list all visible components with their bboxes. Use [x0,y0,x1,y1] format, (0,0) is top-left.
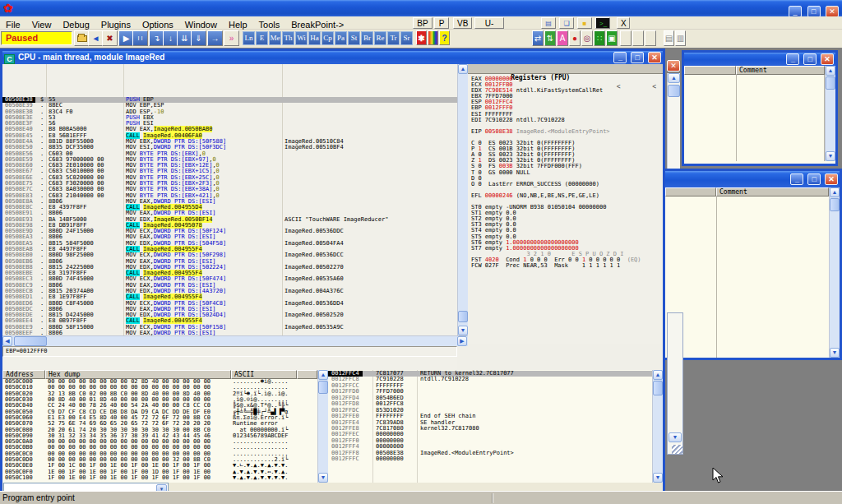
restore-button[interactable]: □ [807,6,821,17]
book-green-icon[interactable]: ⇅ [544,30,556,46]
register-line[interactable]: O 0 LastErr ERROR_SUCCESS (00000000) [468,182,663,187]
window-green-icon[interactable]: ▣ [606,30,618,46]
dump-pane[interactable]: Address Hex dump ASCII 0050C00000 00 00 … [2,370,317,483]
register-line[interactable]: FCW 027F Prec NEAR,53 Mask 1 1 1 1 1 1 [468,263,663,269]
scroll-down-icon[interactable]: ▼ [830,348,840,358]
disasm-row[interactable]: 00508E9D.8B0D 24F15000MOV ECX,DWORD PTR … [2,229,457,234]
minimize-button[interactable]: _ [789,6,802,17]
minimize-button[interactable]: _ [790,173,803,185]
menu-item-tools[interactable]: Tools [253,19,286,30]
menu-item-debug[interactable]: Debug [57,19,95,30]
toolbar-button-cp[interactable]: Cp [322,31,334,45]
maximize-button[interactable]: □ [807,173,821,185]
hidden-window-bottom-vscrollbar[interactable]: ▼ [667,312,683,455]
dump-row[interactable]: 0050C1001F 00 1E 00 1F 00 1E 00 1F 00 1F… [2,475,317,481]
scroll-thumb[interactable] [830,198,840,211]
scroll-up-icon[interactable]: ▲ [653,370,663,380]
stack-row[interactable]: 0012FFFC00000000 [328,456,652,462]
register-line[interactable]: EIP 00508E38 ImageRed.<ModuleEntryPoint> [468,129,663,135]
cpu-minimize-button[interactable]: _ [613,52,627,63]
comment-window-middle-body[interactable] [665,197,829,358]
toolbar-button-wi[interactable]: Wi [295,31,308,45]
comment-top-vscrollbar[interactable]: ▲ ▼ [825,66,835,161]
scroll-thumb[interactable] [653,381,663,395]
scroll-thumb[interactable] [318,381,328,394]
toolbar-button-re[interactable]: Re [374,31,386,45]
disasm-row[interactable]: 00508E38$55PUSH EBP [2,97,457,103]
toolbar-button-br[interactable]: Br [361,31,373,45]
comment-middle-vscrollbar[interactable]: ▲ ▼ [829,187,840,358]
disassembly-hscrollbar[interactable]: ◀ ▶ [2,335,468,346]
letter-a-icon[interactable]: A [557,30,568,46]
toolbar-button-sr[interactable]: Sr [400,31,413,45]
disasm-row[interactable]: 00508EC3.8B0D 74F45000MOV ECX,DWORD PTR … [2,276,457,282]
panel-split-icon[interactable]: ▥ [675,30,686,46]
dump-vscrollbar[interactable]: ▲ ▼ [317,370,328,483]
trace-over-icon[interactable]: ⇓ [191,30,206,46]
disasm-row[interactable]: 00508E8C.E8 4397F8FFCALL ImageRed.004955… [2,205,457,210]
menu-item-view[interactable]: View [26,19,58,30]
menu-item-plugins[interactable]: Plugins [95,19,136,30]
menu-item-breakpoint[interactable]: BreakPoint-> [285,19,349,30]
toolbar-button-ha[interactable]: Ha [308,31,321,45]
pause-icon[interactable]: I I [132,30,148,46]
scroll-thumb[interactable] [458,311,468,322]
close-icon[interactable]: ✖ [102,30,118,46]
close-button[interactable]: ✕ [825,173,838,185]
scroll-down-icon[interactable]: ▼ [318,473,328,483]
scroll-up-icon[interactable]: ▲ [458,64,468,74]
scroll-thumb[interactable] [668,85,680,97]
stack-vscrollbar[interactable]: ▲ ▼ [652,370,663,483]
register-line[interactable]: EDI 7C910228 ntdll.7C910228 [468,118,663,123]
toolbar-button-me[interactable]: Me [269,31,281,45]
scroll-down-icon[interactable]: ▼ [653,473,663,483]
folder-icon[interactable]: ■ [577,17,592,29]
cpu-window-titlebar[interactable]: CCPU - main thread, module ImageRed _ □ … [2,51,663,64]
empty-toolbar-button[interactable] [645,30,656,46]
empty-toolbar-button[interactable] [620,30,632,46]
menu-button-vb[interactable]: VB [453,17,472,29]
scroll-down-icon[interactable]: ▼ [826,151,835,161]
scroll-thumb[interactable] [14,336,47,346]
menu-item-options[interactable]: Options [136,19,179,30]
goto-icon[interactable]: » [224,30,239,46]
minimize-button[interactable]: _ [786,53,799,65]
red-dot-icon[interactable]: ● [569,30,581,46]
comment-window-middle-titlebar[interactable]: _ □ ✕ [665,171,840,187]
scroll-up-icon[interactable]: ▲ [830,187,840,197]
disasm-row[interactable]: 00508EE9.8B0D 58F15000MOV ECX,DWORD PTR … [2,325,457,331]
return-icon[interactable]: → [207,30,223,46]
cpu-close-button[interactable]: ✕ [648,52,661,63]
menu-button-bp[interactable]: BP [413,17,433,29]
menu-item-file[interactable]: File [0,19,26,30]
menu-item-help[interactable]: Help [223,19,253,30]
toolbar-button-tr[interactable]: Tr [387,31,400,45]
empty-toolbar-button[interactable] [632,30,644,46]
menu-close-button[interactable]: X [617,17,630,29]
stack-pane[interactable]: 0012FFC47C817077RETURN to kernel32.7C817… [328,370,652,483]
scroll-up-icon[interactable]: ▲ [826,66,835,76]
cpu-maximize-button[interactable]: □ [631,52,644,63]
comment-window-top-titlebar[interactable]: _ □ ✕ [684,53,835,66]
menu-button-u-bpm[interactable]: U-BPM [474,17,504,29]
led-icon[interactable]: ∷ [594,30,605,46]
toolbar-button-ln[interactable]: Ln [243,31,255,45]
panel-icon[interactable]: ▤ [664,30,674,46]
disassembly-pane[interactable]: 00508E38$55PUSH EBP00508E39.8BECMOV EBP,… [2,64,457,335]
disasm-row[interactable]: 00508E3E.53PUSH EBX [2,115,457,121]
scroll-right-icon[interactable]: ▶ [457,336,467,346]
scroll-thumb[interactable] [826,76,835,90]
scroll-up-icon[interactable]: ▲ [668,73,680,83]
register-line[interactable]: EFL 00000246 (NO,NB,E,BE,NS,PE,GE,LE) [468,193,663,199]
scroll-left-icon[interactable]: ◀ [2,336,12,346]
main-titlebar[interactable]: ✿ _ □ ✕ [0,0,842,16]
close-button[interactable]: ✕ [826,6,839,17]
help-icon[interactable]: ? [439,30,450,45]
menu-item-window[interactable]: Window [179,19,223,30]
maximize-button[interactable]: □ [803,53,817,65]
scroll-down-icon[interactable]: ▼ [669,432,682,442]
toolbar-button-pa[interactable]: Pa [335,31,347,45]
swap-icon[interactable]: ⇄ [532,30,544,46]
toolbar-button-th[interactable]: Th [282,31,294,45]
scroll-down-icon[interactable]: ▼ [458,326,468,335]
